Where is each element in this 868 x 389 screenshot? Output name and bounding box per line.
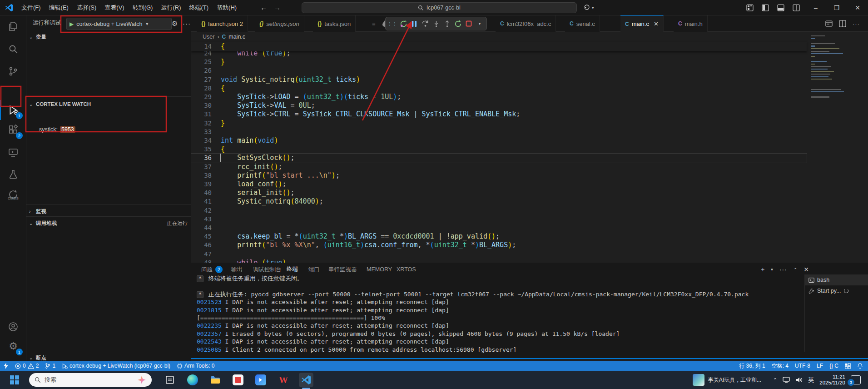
tray-chevron-up-icon[interactable]: ⌃ bbox=[773, 377, 777, 383]
tab-settings-json[interactable]: {} settings.json bbox=[255, 15, 304, 32]
restore-button[interactable]: ❐ bbox=[826, 0, 847, 15]
speaker-icon[interactable] bbox=[795, 377, 803, 383]
sidebar-item-extensions[interactable]: 2 bbox=[0, 120, 26, 140]
sidebar-item-explorer[interactable] bbox=[0, 16, 26, 36]
toggle-panel-icon[interactable] bbox=[777, 4, 784, 11]
restart-button[interactable] bbox=[453, 18, 463, 29]
code-line-27[interactable]: 27void Systic_notirq(uint32_t ticks) bbox=[191, 75, 807, 84]
encoding-status[interactable]: UTF-8 bbox=[792, 361, 813, 371]
problems-status[interactable]: 0 2 bbox=[12, 361, 42, 371]
terminal-item-task[interactable]: Start py... bbox=[805, 285, 868, 296]
eol-status[interactable]: LF bbox=[813, 361, 826, 371]
code-line-28[interactable]: 28{ bbox=[191, 84, 807, 93]
section-call-stack[interactable]: ⌄ 调用堆栈 正在运行 bbox=[26, 218, 191, 228]
sidebar-item-remote-explorer[interactable] bbox=[0, 143, 26, 163]
account-button[interactable] bbox=[0, 317, 26, 337]
menu-selection[interactable]: 选择(S) bbox=[73, 2, 100, 13]
watch-entry-systick[interactable]: systick: 5953 bbox=[39, 126, 75, 133]
code-line-36[interactable]: 36 SetSysClock(); bbox=[191, 154, 807, 162]
sidebar-item-cmsis[interactable] bbox=[0, 185, 26, 204]
ime-indicator[interactable]: 英 bbox=[808, 376, 814, 384]
open-changes-icon[interactable] bbox=[825, 20, 833, 27]
taskbar-search-input[interactable]: 搜索 bbox=[29, 373, 152, 387]
extension-grid-icon[interactable] bbox=[842, 361, 854, 371]
code-editor[interactable]: User › C main.c 24 while (true);25}2627v… bbox=[191, 32, 868, 263]
terminal-output[interactable]: * 终端将被任务重用，按任意键关闭。* 正在执行任务: pyocd gdbser… bbox=[197, 274, 801, 356]
branch-status[interactable]: 1 bbox=[42, 361, 59, 371]
toolbar-chevron-icon[interactable]: ▾ bbox=[475, 18, 485, 29]
language-status[interactable]: {} C bbox=[826, 361, 842, 371]
code-line-35[interactable]: 35{ bbox=[191, 145, 807, 154]
search-input[interactable]: lcp067-gcc-bl bbox=[302, 2, 577, 13]
code-line-37[interactable]: 37 rcc_init(); bbox=[191, 163, 807, 171]
stop-button[interactable] bbox=[464, 18, 474, 29]
remote-indicator[interactable] bbox=[0, 361, 12, 371]
menu-edit[interactable]: 编辑(E) bbox=[45, 2, 73, 13]
menu-help[interactable]: 帮助(H) bbox=[213, 2, 241, 13]
more-actions-icon[interactable]: ··· bbox=[853, 20, 860, 27]
code-line-32[interactable]: 32} bbox=[191, 119, 807, 128]
blue-app-icon[interactable] bbox=[253, 373, 268, 387]
code-line-44[interactable]: 44 bbox=[191, 224, 807, 232]
tab-main-h[interactable]: C main.h bbox=[674, 15, 708, 32]
reset-device-button[interactable] bbox=[398, 18, 408, 29]
settings-gear-button[interactable]: ⚙ 1 bbox=[0, 336, 26, 356]
terminal-profile-chevron-icon[interactable]: ▾ bbox=[771, 267, 773, 272]
code-line-38[interactable]: 38 printf("bl start ...\n"); bbox=[191, 171, 807, 180]
step-into-button[interactable] bbox=[431, 18, 441, 29]
tab-lcm32f06x-adc[interactable]: C lcm32f06x_adc.c bbox=[496, 15, 556, 32]
code-line-34[interactable]: 34int main(void) bbox=[191, 136, 807, 145]
taskbar-clock[interactable]: 11:21 2025/11/20 bbox=[819, 374, 845, 386]
start-debug-icon[interactable]: ▶ bbox=[69, 21, 74, 27]
list-flat-icon[interactable]: ≡ bbox=[372, 20, 376, 27]
sidebar-item-run-debug[interactable]: 1 bbox=[0, 100, 26, 120]
display-icon[interactable] bbox=[783, 377, 790, 383]
code-line-42[interactable]: 42 bbox=[191, 206, 807, 215]
notes-app-icon[interactable] bbox=[163, 373, 177, 387]
step-out-button[interactable] bbox=[442, 18, 452, 29]
indentation-status[interactable]: 空格: 4 bbox=[769, 361, 792, 371]
split-editor-icon[interactable] bbox=[839, 20, 846, 27]
menu-file[interactable]: 文件(F) bbox=[17, 2, 45, 13]
menu-view[interactable]: 查看(V) bbox=[100, 2, 128, 13]
step-over-button[interactable] bbox=[420, 18, 430, 29]
vscode-app-icon[interactable] bbox=[299, 373, 313, 387]
cursor-position-status[interactable]: 行 36, 列 1 bbox=[736, 361, 768, 371]
code-line-30[interactable]: 30 SysTick->VAL = 0UL; bbox=[191, 101, 807, 110]
arm-tools-status[interactable]: Arm Tools: 0 bbox=[174, 361, 218, 371]
section-watch[interactable]: › 监视 bbox=[26, 206, 191, 216]
run-task-icon[interactable] bbox=[583, 4, 590, 11]
nav-forward-icon[interactable]: → bbox=[271, 4, 284, 11]
panel-more-icon[interactable]: ··· bbox=[779, 266, 787, 273]
section-live-watch[interactable]: ⌄ CORTEX LIVE WATCH bbox=[26, 99, 191, 109]
code-area[interactable]: 24 while (true);25}2627void Systic_notir… bbox=[191, 42, 807, 263]
menu-run[interactable]: 运行(R) bbox=[157, 2, 185, 13]
file-explorer-icon[interactable] bbox=[208, 373, 223, 387]
terminal-item-bash[interactable]: bash bbox=[805, 274, 868, 285]
edge-browser-icon[interactable] bbox=[185, 373, 200, 387]
run-task-chevron-icon[interactable]: ▾ bbox=[592, 5, 594, 10]
breadcrumb-file[interactable]: main.c bbox=[228, 34, 245, 40]
sidebar-item-testing[interactable] bbox=[0, 165, 26, 185]
close-button[interactable]: ✕ bbox=[847, 0, 868, 15]
tab-serial-c[interactable]: C serial.c bbox=[565, 15, 600, 32]
code-line-40[interactable]: 40 serial_init(); bbox=[191, 189, 807, 197]
breadcrumb[interactable]: User › C main.c bbox=[203, 32, 245, 42]
code-line-29[interactable]: 29 SysTick->LOAD = (uint32_t)(ticks - 1U… bbox=[191, 93, 807, 101]
pause-button[interactable] bbox=[409, 18, 419, 29]
close-panel-icon[interactable]: ✕ bbox=[804, 266, 809, 273]
menu-goto[interactable]: 转到(G) bbox=[129, 2, 157, 13]
minimize-button[interactable]: – bbox=[805, 0, 826, 15]
windows-start-icon[interactable] bbox=[10, 375, 19, 384]
sidebar-more-actions-icon[interactable]: ··· bbox=[183, 20, 191, 27]
red-app-icon[interactable] bbox=[231, 373, 245, 387]
maximize-panel-icon[interactable]: ⌃ bbox=[794, 267, 797, 272]
wps-app-icon[interactable]: W bbox=[276, 373, 291, 387]
nav-back-icon[interactable]: ← bbox=[257, 4, 270, 11]
launch-config-dropdown[interactable]: ▶ cortex-debug + LiveWatch ▾ bbox=[66, 18, 172, 30]
section-variables[interactable]: ⌄ 变量 bbox=[26, 32, 191, 42]
copilot-star-icon[interactable] bbox=[137, 375, 146, 384]
breadcrumb-root[interactable]: User bbox=[203, 34, 214, 40]
customize-layout-icon[interactable] bbox=[746, 4, 754, 11]
new-terminal-icon[interactable]: + bbox=[761, 266, 764, 273]
